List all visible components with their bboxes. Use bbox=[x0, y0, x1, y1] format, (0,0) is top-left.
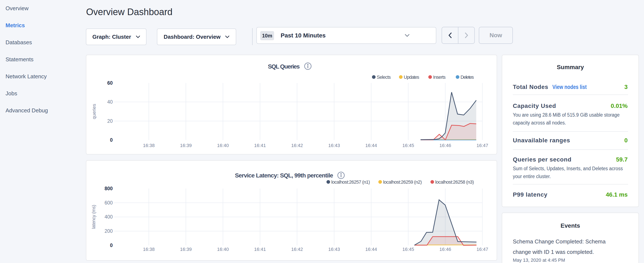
svg-text:0: 0 bbox=[110, 137, 113, 143]
svg-text:20: 20 bbox=[107, 118, 113, 124]
svg-text:60: 60 bbox=[107, 80, 113, 86]
svg-text:Inserts: Inserts bbox=[433, 75, 446, 80]
svg-text:40: 40 bbox=[107, 99, 113, 105]
svg-text:Deletes: Deletes bbox=[460, 75, 474, 80]
svg-text:800: 800 bbox=[104, 186, 113, 191]
svg-text:16:43: 16:43 bbox=[328, 143, 340, 148]
svg-text:16:40: 16:40 bbox=[217, 247, 229, 252]
svg-text:16:39: 16:39 bbox=[180, 247, 192, 252]
svg-text:16:47: 16:47 bbox=[476, 247, 488, 252]
svg-text:16:38: 16:38 bbox=[143, 247, 154, 252]
svg-text:16:47: 16:47 bbox=[476, 143, 488, 148]
svg-text:600: 600 bbox=[104, 200, 113, 205]
svg-text:queries: queries bbox=[92, 104, 97, 119]
svg-text:16:40: 16:40 bbox=[217, 143, 229, 148]
svg-text:16:42: 16:42 bbox=[291, 247, 303, 252]
svg-text:16:41: 16:41 bbox=[254, 143, 266, 148]
svg-text:400: 400 bbox=[104, 214, 113, 220]
svg-text:16:39: 16:39 bbox=[180, 143, 192, 148]
svg-text:SQL Queries: SQL Queries bbox=[268, 63, 300, 70]
svg-text:200: 200 bbox=[104, 228, 113, 234]
svg-text:localhost:26259 (n2): localhost:26259 (n2) bbox=[383, 179, 422, 185]
svg-text:16:46: 16:46 bbox=[440, 143, 451, 148]
svg-text:Service Latency: SQL, 99th per: Service Latency: SQL, 99th percentile bbox=[235, 172, 333, 179]
svg-text:16:42: 16:42 bbox=[291, 143, 303, 148]
svg-text:0: 0 bbox=[110, 242, 113, 248]
svg-text:16:45: 16:45 bbox=[402, 247, 414, 252]
svg-text:16:43: 16:43 bbox=[328, 247, 340, 252]
svg-text:16:45: 16:45 bbox=[402, 143, 414, 148]
svg-text:16:41: 16:41 bbox=[254, 247, 266, 252]
svg-text:16:38: 16:38 bbox=[143, 143, 154, 148]
svg-text:Updates: Updates bbox=[404, 75, 419, 80]
svg-text:16:44: 16:44 bbox=[365, 247, 377, 252]
svg-text:Selects: Selects bbox=[377, 75, 391, 80]
svg-text:localhost:26258 (n3): localhost:26258 (n3) bbox=[435, 179, 474, 185]
svg-text:16:44: 16:44 bbox=[365, 143, 377, 148]
svg-text:latency (ms): latency (ms) bbox=[91, 205, 96, 229]
svg-text:16:46: 16:46 bbox=[440, 247, 451, 252]
svg-text:localhost:26257 (n1): localhost:26257 (n1) bbox=[331, 179, 370, 185]
